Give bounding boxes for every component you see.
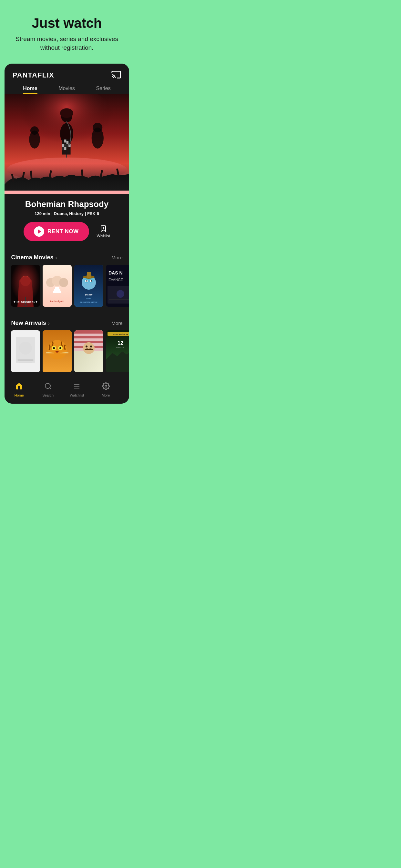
featured-banner <box>4 94 129 194</box>
wishlist-icon <box>99 225 107 232</box>
wishlist-label: Wishlist <box>97 234 110 238</box>
play-triangle <box>38 229 41 234</box>
movie-info: Bohemian Rhapsody 129 min | Drama, Histo… <box>4 194 129 248</box>
svg-text:6 OSCAR® NOM: 6 OSCAR® NOM <box>113 334 128 336</box>
arrival-thumb-tiger[interactable] <box>42 330 72 372</box>
movie-thumb-raya[interactable]: Disney RAYA DER LETZTE DRACHE <box>74 265 103 307</box>
movie-thumb-das[interactable]: DAS N EVANGE <box>106 265 129 307</box>
cinema-movies-row: THE DISSIDENT <box>4 265 129 313</box>
svg-point-4 <box>60 108 73 118</box>
main-title: Just watch <box>8 16 126 31</box>
svg-rect-12 <box>62 147 65 150</box>
svg-rect-67 <box>18 360 34 361</box>
nav-watchlist[interactable]: Watchlist <box>63 382 92 397</box>
nav-search-label: Search <box>42 393 54 397</box>
svg-rect-82 <box>74 338 103 341</box>
svg-point-74 <box>59 347 61 349</box>
svg-rect-40 <box>53 290 61 293</box>
tab-movies[interactable]: Movies <box>58 86 75 94</box>
home-icon <box>15 382 23 392</box>
svg-point-85 <box>83 342 95 354</box>
tab-home[interactable]: Home <box>23 86 37 94</box>
nav-home-label: Home <box>14 393 24 397</box>
main-subtitle: Stream movies, series and exclusives wit… <box>8 35 126 52</box>
cast-button[interactable] <box>111 69 121 81</box>
svg-rect-81 <box>74 334 103 336</box>
dissident-title-label: THE DISSIDENT <box>11 301 40 304</box>
arrival-thumb-white[interactable] <box>11 330 40 372</box>
movie-thumb-helloagain[interactable]: Hello Again <box>42 265 72 307</box>
bottom-navigation: Home Search Watchlist <box>4 379 120 404</box>
svg-rect-16 <box>66 144 69 147</box>
new-arrivals-row: 6 OSCAR® NOM 12 JAMES FR... <box>4 330 129 379</box>
movie-actions: RENT NOW Wishlist <box>12 222 121 241</box>
cinema-more-button[interactable]: More <box>112 255 122 260</box>
svg-point-87 <box>90 345 92 347</box>
svg-point-86 <box>86 345 88 347</box>
movie-fsk: FSK 6 <box>87 211 99 216</box>
svg-line-94 <box>50 388 51 389</box>
svg-rect-68 <box>19 362 32 363</box>
rent-now-button[interactable]: RENT NOW <box>24 222 89 241</box>
svg-text:EVANGE: EVANGE <box>109 278 123 282</box>
hero-header: Just watch Stream movies, series and exc… <box>0 0 134 64</box>
svg-point-66 <box>19 342 32 354</box>
cinema-movies-title: Cinema Movies › <box>11 254 57 261</box>
tab-series[interactable]: Series <box>96 86 111 94</box>
svg-point-93 <box>45 383 50 389</box>
svg-point-20 <box>93 123 103 132</box>
app-logo: PANTAFLIX <box>12 71 54 80</box>
app-header: PANTAFLIX <box>4 64 129 81</box>
svg-point-98 <box>105 385 107 387</box>
svg-point-61 <box>117 290 124 298</box>
arrivals-chevron: › <box>48 321 50 326</box>
arrivals-more-button[interactable]: More <box>112 320 122 326</box>
new-arrivals-header: New Arrivals › More <box>4 313 129 330</box>
arrival-thumb-borat[interactable] <box>74 330 103 372</box>
svg-point-39 <box>59 278 68 287</box>
svg-text:RAYA: RAYA <box>87 298 91 300</box>
rent-now-label: RENT NOW <box>48 228 79 235</box>
new-arrivals-title: New Arrivals › <box>11 320 50 327</box>
svg-rect-10 <box>62 144 65 147</box>
svg-text:DAS N: DAS N <box>109 270 123 275</box>
nav-watchlist-label: Watchlist <box>70 393 84 397</box>
svg-text:JAMES FR...: JAMES FR... <box>116 346 125 348</box>
watchlist-icon <box>73 382 81 392</box>
svg-rect-11 <box>65 147 67 150</box>
more-icon <box>102 382 110 392</box>
svg-rect-9 <box>65 144 67 147</box>
nav-tabs: Home Movies Series <box>4 81 129 94</box>
svg-rect-41 <box>54 289 60 291</box>
banner-background <box>4 94 129 194</box>
movie-meta: 129 min | Drama, History | FSK 6 <box>12 211 121 216</box>
featured-title: Bohemian Rhapsody <box>12 199 121 209</box>
svg-text:DER LETZTE DRACHE: DER LETZTE DRACHE <box>81 301 98 303</box>
nav-home[interactable]: Home <box>4 382 34 397</box>
movie-duration: 129 min <box>35 211 50 216</box>
svg-rect-42 <box>55 287 59 289</box>
svg-rect-28 <box>4 164 129 191</box>
nav-more-label: More <box>102 393 110 397</box>
wishlist-button[interactable]: Wishlist <box>97 225 110 238</box>
nav-search[interactable]: Search <box>34 382 63 397</box>
svg-rect-8 <box>65 140 67 143</box>
app-card: PANTAFLIX Home Movies Series <box>4 64 129 404</box>
svg-point-70 <box>48 340 67 360</box>
svg-point-51 <box>91 280 92 282</box>
svg-point-18 <box>30 126 39 135</box>
svg-text:Hello Again: Hello Again <box>50 299 65 303</box>
svg-rect-14 <box>66 141 69 144</box>
movie-thumb-dissident[interactable]: THE DISSIDENT <box>11 265 40 307</box>
search-icon <box>44 382 52 392</box>
svg-rect-53 <box>87 272 91 278</box>
cinema-chevron: › <box>56 255 57 260</box>
cinema-movies-header: Cinema Movies › More <box>4 248 129 265</box>
nav-more[interactable]: More <box>91 382 120 397</box>
arrival-thumb-12strong[interactable]: 6 OSCAR® NOM 12 JAMES FR... <box>106 330 129 372</box>
svg-point-50 <box>86 280 88 282</box>
movie-genres: | Drama, History | <box>51 211 87 216</box>
svg-text:Disney: Disney <box>85 293 93 296</box>
play-icon <box>34 226 44 237</box>
svg-text:12: 12 <box>118 340 124 346</box>
